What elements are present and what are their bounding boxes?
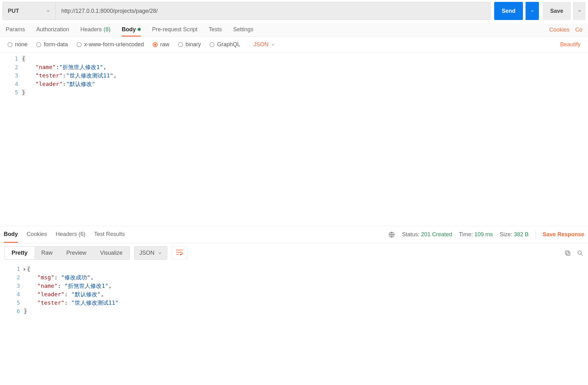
response-toolbar: Pretty Raw Preview Visualize JSON xyxy=(0,243,588,263)
chevron-down-icon xyxy=(530,9,535,13)
body-type-x-www-form-urlencoded[interactable]: x-www-form-urlencoded xyxy=(77,41,144,48)
request-code[interactable]: { "name":"折煞世人修改1", "tester":"世人修改测试11",… xyxy=(22,52,588,226)
save-dropdown-button[interactable] xyxy=(573,2,585,20)
body-type-binary[interactable]: binary xyxy=(178,41,201,48)
response-meta: Status: 201 Created Time: 109 ms Size: 3… xyxy=(388,231,584,239)
radio-icon xyxy=(77,42,82,47)
meta-divider xyxy=(535,231,536,239)
time-value: 109 ms xyxy=(474,231,493,238)
view-mode-raw[interactable]: Raw xyxy=(34,247,59,259)
tab-tests[interactable]: Tests xyxy=(209,23,222,37)
tab-pre-request-script[interactable]: Pre-request Script xyxy=(152,23,197,37)
status-block: Status: 201 Created xyxy=(402,231,452,238)
cookies-link[interactable]: Cookies xyxy=(549,27,570,33)
svg-rect-2 xyxy=(565,251,569,254)
response-body-editor[interactable]: 123456 { "msg": "修改成功", "name": "折煞世人修改1… xyxy=(0,263,588,325)
url-input[interactable]: http://127.0.0.1:8000/projects/page/28/ xyxy=(56,2,490,20)
code-link[interactable]: Co xyxy=(575,27,582,33)
radio-icon xyxy=(178,42,183,47)
view-mode-pretty[interactable]: Pretty xyxy=(5,247,34,259)
tab-authorization[interactable]: Authorization xyxy=(36,23,69,37)
status-value: 201 Created xyxy=(421,231,452,238)
body-type-row: none form-data x-www-form-urlencoded raw… xyxy=(0,37,588,52)
globe-icon[interactable] xyxy=(388,231,395,238)
tab-body[interactable]: Body xyxy=(122,23,141,37)
wrap-lines-button[interactable] xyxy=(172,246,187,260)
time-block: Time: 109 ms xyxy=(459,231,493,238)
tab-params[interactable]: Params xyxy=(6,23,25,37)
response-tab-test-results[interactable]: Test Results xyxy=(94,226,125,243)
request-body-editor[interactable]: 12345 { "name":"折煞世人修改1", "tester":"世人修改… xyxy=(0,52,588,226)
response-gutter: 123456 xyxy=(0,263,24,325)
response-tab-body[interactable]: Body xyxy=(4,226,18,243)
svg-point-3 xyxy=(578,251,581,254)
request-tabs: Params Authorization Headers (8) Body Pr… xyxy=(0,23,588,37)
copy-icon[interactable] xyxy=(564,250,571,257)
response-tab-cookies[interactable]: Cookies xyxy=(27,226,47,243)
tab-headers[interactable]: Headers (8) xyxy=(80,23,110,37)
send-button[interactable]: Send xyxy=(494,2,523,20)
request-gutter: 12345 xyxy=(0,52,22,226)
chevron-down-icon xyxy=(271,42,275,47)
body-type-graphql[interactable]: GraphQL xyxy=(210,41,240,48)
chevron-down-icon xyxy=(46,9,50,13)
wrap-lines-icon xyxy=(176,249,183,255)
method-value: PUT xyxy=(8,8,19,14)
body-modified-dot-icon xyxy=(138,28,141,31)
url-value: http://127.0.0.1:8000/projects/page/28/ xyxy=(61,8,158,14)
response-headers-count: (6) xyxy=(79,231,85,238)
response-format-select[interactable]: JSON xyxy=(134,246,167,260)
view-mode-preview[interactable]: Preview xyxy=(59,247,93,259)
view-mode-visualize[interactable]: Visualize xyxy=(93,247,129,259)
chevron-down-icon xyxy=(158,251,162,255)
radio-icon xyxy=(8,42,13,47)
body-type-form-data[interactable]: form-data xyxy=(36,41,68,48)
request-urlbar: PUT http://127.0.0.1:8000/projects/page/… xyxy=(0,0,588,23)
size-value: 382 B xyxy=(514,231,529,238)
method-select[interactable]: PUT xyxy=(3,2,56,20)
body-type-raw[interactable]: raw xyxy=(153,41,169,48)
chevron-down-icon xyxy=(577,9,582,13)
send-dropdown-button[interactable] xyxy=(525,2,539,20)
response-code[interactable]: { "msg": "修改成功", "name": "折煞世人修改1", "lea… xyxy=(24,263,588,325)
body-type-none[interactable]: none xyxy=(8,41,28,48)
svg-rect-1 xyxy=(566,252,570,255)
search-icon[interactable] xyxy=(577,250,584,257)
radio-icon xyxy=(153,42,158,47)
body-format-select[interactable]: JSON xyxy=(253,41,275,48)
radio-icon xyxy=(36,42,41,47)
view-mode-segment: Pretty Raw Preview Visualize xyxy=(4,246,130,260)
response-tabs: Body Cookies Headers (6) Test Results St… xyxy=(0,226,588,243)
headers-count: (8) xyxy=(104,26,110,33)
radio-icon xyxy=(210,42,215,47)
save-response-button[interactable]: Save Response xyxy=(543,231,584,238)
save-button[interactable]: Save xyxy=(543,2,571,20)
beautify-button[interactable]: Beautify xyxy=(560,41,580,48)
tab-settings[interactable]: Settings xyxy=(233,23,253,37)
response-tab-headers[interactable]: Headers (6) xyxy=(56,226,85,243)
size-block: Size: 382 B xyxy=(500,231,529,238)
